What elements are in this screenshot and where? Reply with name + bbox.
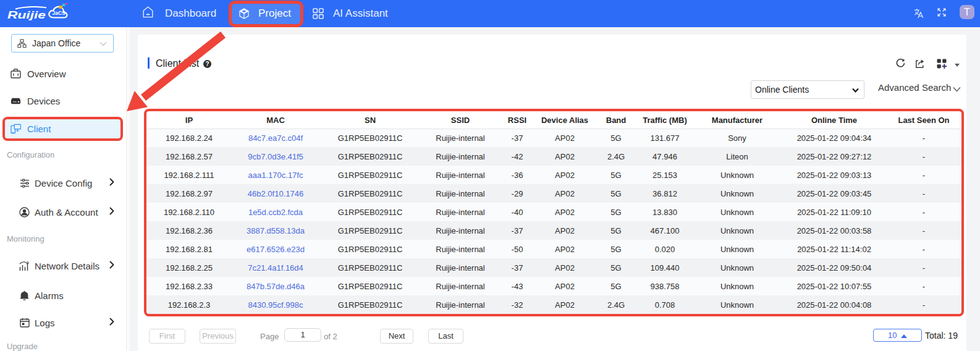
svg-text:JaCS: JaCS	[53, 10, 66, 16]
svg-text:Ruijie: Ruijie	[7, 10, 46, 20]
